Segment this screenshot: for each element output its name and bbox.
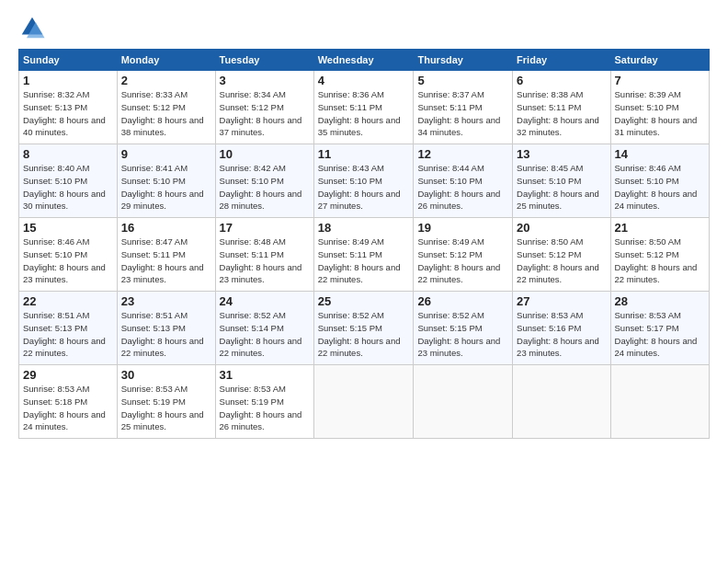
- day-cell: 4 Sunrise: 8:36 AMSunset: 5:11 PMDayligh…: [313, 71, 414, 144]
- day-info: Sunrise: 8:49 AMSunset: 5:11 PMDaylight:…: [318, 236, 401, 284]
- weekday-sunday: Sunday: [19, 50, 118, 71]
- day-info: Sunrise: 8:53 AMSunset: 5:18 PMDaylight:…: [23, 384, 106, 431]
- weekday-friday: Friday: [513, 50, 610, 71]
- day-cell: 25 Sunrise: 8:52 AMSunset: 5:15 PMDaylig…: [313, 292, 414, 365]
- day-cell: 15 Sunrise: 8:46 AMSunset: 5:10 PMDaylig…: [19, 218, 118, 292]
- day-cell: 3 Sunrise: 8:34 AMSunset: 5:12 PMDayligh…: [215, 71, 313, 144]
- day-info: Sunrise: 8:53 AMSunset: 5:19 PMDaylight:…: [220, 384, 302, 431]
- week-row-3: 15 Sunrise: 8:46 AMSunset: 5:10 PMDaylig…: [19, 218, 710, 292]
- day-number: 25: [318, 294, 410, 308]
- day-number: 10: [220, 147, 310, 161]
- day-number: 17: [220, 221, 310, 235]
- weekday-thursday: Thursday: [414, 50, 513, 71]
- day-cell: 20 Sunrise: 8:50 AMSunset: 5:12 PMDaylig…: [513, 218, 610, 292]
- day-cell: 10 Sunrise: 8:42 AMSunset: 5:10 PMDaylig…: [215, 144, 313, 218]
- weekday-header: SundayMondayTuesdayWednesdayThursdayFrid…: [19, 50, 710, 71]
- day-number: 27: [517, 294, 606, 308]
- day-cell: 2 Sunrise: 8:33 AMSunset: 5:12 PMDayligh…: [117, 71, 215, 144]
- day-info: Sunrise: 8:52 AMSunset: 5:15 PMDaylight:…: [318, 310, 401, 358]
- day-cell: 24 Sunrise: 8:52 AMSunset: 5:14 PMDaylig…: [215, 292, 313, 365]
- day-number: 2: [121, 74, 211, 87]
- week-row-5: 29 Sunrise: 8:53 AMSunset: 5:18 PMDaylig…: [19, 365, 710, 439]
- day-number: 5: [417, 74, 508, 87]
- day-info: Sunrise: 8:51 AMSunset: 5:13 PMDaylight:…: [23, 310, 106, 358]
- day-cell: 12 Sunrise: 8:44 AMSunset: 5:10 PMDaylig…: [414, 144, 513, 218]
- week-row-4: 22 Sunrise: 8:51 AMSunset: 5:13 PMDaylig…: [19, 292, 710, 365]
- page: SundayMondayTuesdayWednesdayThursdayFrid…: [0, 0, 728, 563]
- day-number: 4: [318, 74, 410, 87]
- day-cell: [610, 365, 709, 439]
- day-number: 23: [121, 294, 211, 308]
- day-number: 14: [615, 147, 705, 161]
- day-number: 15: [23, 221, 113, 235]
- day-info: Sunrise: 8:51 AMSunset: 5:13 PMDaylight:…: [121, 310, 204, 358]
- day-cell: 7 Sunrise: 8:39 AMSunset: 5:10 PMDayligh…: [610, 71, 709, 144]
- day-info: Sunrise: 8:52 AMSunset: 5:14 PMDaylight:…: [220, 310, 302, 358]
- day-cell: 28 Sunrise: 8:53 AMSunset: 5:17 PMDaylig…: [610, 292, 709, 365]
- day-info: Sunrise: 8:44 AMSunset: 5:10 PMDaylight:…: [417, 163, 500, 211]
- weekday-tuesday: Tuesday: [215, 50, 313, 71]
- day-cell: 9 Sunrise: 8:41 AMSunset: 5:10 PMDayligh…: [117, 144, 215, 218]
- day-cell: 16 Sunrise: 8:47 AMSunset: 5:11 PMDaylig…: [117, 218, 215, 292]
- day-number: 19: [417, 221, 508, 235]
- logo-icon: [18, 14, 46, 41]
- day-number: 6: [517, 74, 606, 87]
- calendar: SundayMondayTuesdayWednesdayThursdayFrid…: [18, 49, 710, 439]
- day-info: Sunrise: 8:34 AMSunset: 5:12 PMDaylight:…: [220, 89, 302, 137]
- day-info: Sunrise: 8:50 AMSunset: 5:12 PMDaylight:…: [517, 236, 599, 284]
- day-info: Sunrise: 8:38 AMSunset: 5:11 PMDaylight:…: [517, 89, 599, 137]
- day-cell: 5 Sunrise: 8:37 AMSunset: 5:11 PMDayligh…: [414, 71, 513, 144]
- day-number: 31: [220, 368, 310, 382]
- day-number: 28: [615, 294, 705, 308]
- day-number: 20: [517, 221, 606, 235]
- day-info: Sunrise: 8:52 AMSunset: 5:15 PMDaylight:…: [417, 310, 500, 358]
- day-number: 21: [615, 221, 705, 235]
- calendar-body: 1 Sunrise: 8:32 AMSunset: 5:13 PMDayligh…: [19, 71, 710, 439]
- day-info: Sunrise: 8:36 AMSunset: 5:11 PMDaylight:…: [318, 89, 401, 137]
- day-cell: 19 Sunrise: 8:49 AMSunset: 5:12 PMDaylig…: [414, 218, 513, 292]
- day-info: Sunrise: 8:33 AMSunset: 5:12 PMDaylight:…: [121, 89, 204, 137]
- day-cell: 31 Sunrise: 8:53 AMSunset: 5:19 PMDaylig…: [215, 365, 313, 439]
- day-info: Sunrise: 8:32 AMSunset: 5:13 PMDaylight:…: [23, 89, 106, 137]
- day-number: 3: [220, 74, 310, 87]
- day-cell: 22 Sunrise: 8:51 AMSunset: 5:13 PMDaylig…: [19, 292, 118, 365]
- day-cell: 23 Sunrise: 8:51 AMSunset: 5:13 PMDaylig…: [117, 292, 215, 365]
- day-cell: [313, 365, 414, 439]
- day-number: 24: [220, 294, 310, 308]
- day-number: 29: [23, 368, 113, 382]
- day-info: Sunrise: 8:42 AMSunset: 5:10 PMDaylight:…: [220, 163, 302, 211]
- day-cell: 17 Sunrise: 8:48 AMSunset: 5:11 PMDaylig…: [215, 218, 313, 292]
- day-cell: 13 Sunrise: 8:45 AMSunset: 5:10 PMDaylig…: [513, 144, 610, 218]
- day-number: 9: [121, 147, 211, 161]
- day-info: Sunrise: 8:39 AMSunset: 5:10 PMDaylight:…: [615, 89, 698, 137]
- day-info: Sunrise: 8:37 AMSunset: 5:11 PMDaylight:…: [417, 89, 500, 137]
- day-cell: 27 Sunrise: 8:53 AMSunset: 5:16 PMDaylig…: [513, 292, 610, 365]
- day-info: Sunrise: 8:45 AMSunset: 5:10 PMDaylight:…: [517, 163, 599, 211]
- day-info: Sunrise: 8:49 AMSunset: 5:12 PMDaylight:…: [417, 236, 500, 284]
- day-number: 7: [615, 74, 705, 87]
- day-number: 30: [121, 368, 211, 382]
- day-info: Sunrise: 8:46 AMSunset: 5:10 PMDaylight:…: [615, 163, 698, 211]
- week-row-1: 1 Sunrise: 8:32 AMSunset: 5:13 PMDayligh…: [19, 71, 710, 144]
- day-number: 18: [318, 221, 410, 235]
- day-cell: [414, 365, 513, 439]
- day-cell: [513, 365, 610, 439]
- day-info: Sunrise: 8:53 AMSunset: 5:19 PMDaylight:…: [121, 384, 204, 431]
- day-cell: 14 Sunrise: 8:46 AMSunset: 5:10 PMDaylig…: [610, 144, 709, 218]
- day-cell: 30 Sunrise: 8:53 AMSunset: 5:19 PMDaylig…: [117, 365, 215, 439]
- day-number: 12: [417, 147, 508, 161]
- day-info: Sunrise: 8:47 AMSunset: 5:11 PMDaylight:…: [121, 236, 204, 284]
- weekday-wednesday: Wednesday: [313, 50, 414, 71]
- day-info: Sunrise: 8:53 AMSunset: 5:16 PMDaylight:…: [517, 310, 599, 358]
- day-cell: 21 Sunrise: 8:50 AMSunset: 5:12 PMDaylig…: [610, 218, 709, 292]
- day-number: 16: [121, 221, 211, 235]
- day-info: Sunrise: 8:48 AMSunset: 5:11 PMDaylight:…: [220, 236, 302, 284]
- week-row-2: 8 Sunrise: 8:40 AMSunset: 5:10 PMDayligh…: [19, 144, 710, 218]
- day-info: Sunrise: 8:41 AMSunset: 5:10 PMDaylight:…: [121, 163, 204, 211]
- weekday-saturday: Saturday: [610, 50, 709, 71]
- day-number: 22: [23, 294, 113, 308]
- day-number: 8: [23, 147, 113, 161]
- day-cell: 1 Sunrise: 8:32 AMSunset: 5:13 PMDayligh…: [19, 71, 118, 144]
- day-number: 26: [417, 294, 508, 308]
- day-info: Sunrise: 8:43 AMSunset: 5:10 PMDaylight:…: [318, 163, 401, 211]
